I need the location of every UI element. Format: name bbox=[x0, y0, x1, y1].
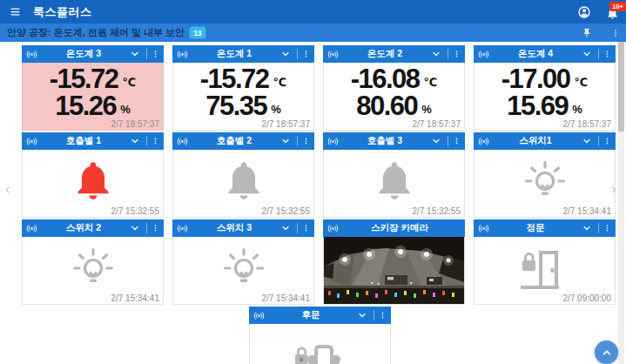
scrollbar-thumb[interactable] bbox=[618, 42, 624, 131]
device-card[interactable]: 온도계 4-17.00℃15.69%2/7 18:57:37 bbox=[474, 45, 616, 131]
card-title: 스위치 2 bbox=[37, 222, 130, 234]
sensor-readout: -15.72℃15.26%2/7 18:57:37 bbox=[22, 63, 164, 131]
card-kebab-menu-icon[interactable] bbox=[151, 222, 159, 234]
collapse-chevron-icon[interactable] bbox=[280, 136, 291, 146]
header-divider bbox=[297, 49, 298, 59]
scroll-top-button[interactable] bbox=[595, 340, 618, 364]
notification-badge: 10+ bbox=[609, 2, 626, 11]
device-card[interactable]: 온도계 1-15.72℃75.35%2/7 18:57:37 bbox=[172, 45, 314, 131]
device-card[interactable]: 호출벨 22/7 15:32:55 bbox=[172, 132, 314, 218]
card-kebab-menu-icon[interactable] bbox=[603, 222, 611, 234]
card-timestamp: 2/7 15:34:41 bbox=[261, 293, 310, 303]
collapse-chevron-icon[interactable] bbox=[130, 49, 140, 59]
card-title: 정문 bbox=[489, 222, 582, 234]
device-card[interactable]: 후문 bbox=[249, 307, 391, 364]
collapse-chevron-icon[interactable] bbox=[582, 136, 592, 146]
card-title: 온도계 4 bbox=[489, 48, 582, 60]
app-title: 룩스플러스 bbox=[33, 4, 92, 20]
signal-broadcast-icon bbox=[177, 49, 188, 60]
card-kebab-menu-icon[interactable] bbox=[151, 135, 159, 147]
device-card[interactable]: 스위치12/7 15:34:41 bbox=[474, 132, 616, 218]
app-bar: 룩스플러스 10+ bbox=[0, 0, 626, 24]
humidity-unit: % bbox=[572, 104, 582, 115]
collapse-chevron-icon[interactable] bbox=[582, 49, 592, 59]
temperature-unit: ℃ bbox=[123, 77, 137, 88]
door-open-locked-icon[interactable] bbox=[250, 324, 390, 364]
temperature-unit: ℃ bbox=[273, 77, 287, 88]
humidity-unit: % bbox=[421, 104, 432, 115]
card-title: 온도계 1 bbox=[188, 48, 280, 60]
collapse-chevron-icon[interactable] bbox=[280, 223, 291, 233]
collapse-chevron-icon[interactable] bbox=[130, 223, 140, 233]
collapse-chevron-icon[interactable] bbox=[280, 49, 291, 59]
device-card[interactable]: 호출벨 12/7 15:32:55 bbox=[22, 132, 164, 218]
device-card[interactable]: 정문2/7 09:00:00 bbox=[474, 219, 616, 305]
push-pin-icon[interactable] bbox=[582, 28, 592, 38]
dashboard-page: 룩스플러스 10+ 안양 공장: 온도계, 전원 제어 및 내부 보안 13 온… bbox=[0, 0, 626, 364]
card-kebab-menu-icon[interactable] bbox=[302, 222, 310, 234]
card-title: 호출벨 3 bbox=[339, 135, 431, 147]
device-card[interactable]: 스위치 22/7 15:34:41 bbox=[22, 219, 164, 305]
account-icon[interactable] bbox=[577, 5, 591, 19]
signal-broadcast-icon bbox=[478, 223, 489, 234]
card-kebab-menu-icon[interactable] bbox=[379, 309, 387, 321]
card-header: 호출벨 3 bbox=[323, 132, 465, 150]
card-timestamp: 2/7 15:34:41 bbox=[111, 293, 159, 303]
card-header: 정문 bbox=[474, 219, 616, 237]
card-title: 스위치1 bbox=[489, 135, 582, 147]
card-title: 온도계 3 bbox=[37, 48, 130, 60]
workspace-bar: 안양 공장: 온도계, 전원 제어 및 내부 보안 13 bbox=[0, 24, 626, 42]
signal-broadcast-icon bbox=[177, 223, 188, 234]
card-title: 온도계 2 bbox=[339, 48, 431, 60]
device-card[interactable]: 스키장 카메라 bbox=[323, 219, 465, 305]
workspace-actions bbox=[582, 24, 620, 42]
card-title: 후문 bbox=[265, 309, 357, 321]
collapse-chevron-icon[interactable] bbox=[357, 310, 367, 320]
card-header: 후문 bbox=[249, 307, 391, 324]
card-kebab-menu-icon[interactable] bbox=[151, 48, 159, 60]
header-divider bbox=[374, 310, 374, 320]
card-kebab-menu-icon[interactable] bbox=[603, 48, 611, 60]
signal-broadcast-icon bbox=[478, 136, 489, 147]
device-card[interactable]: 스위치 32/7 15:34:41 bbox=[172, 219, 314, 305]
header-divider bbox=[448, 49, 448, 59]
card-header: 호출벨 2 bbox=[172, 132, 314, 150]
workspace-title: 안양 공장: 온도계, 전원 제어 및 내부 보안 bbox=[7, 26, 185, 39]
prev-page-chevron-icon[interactable] bbox=[3, 184, 13, 196]
header-divider bbox=[146, 223, 147, 233]
card-kebab-menu-icon[interactable] bbox=[302, 48, 310, 60]
hamburger-menu-icon[interactable] bbox=[9, 5, 22, 18]
device-card[interactable]: 호출벨 32/7 15:32:55 bbox=[323, 132, 465, 218]
collapse-chevron-icon[interactable] bbox=[431, 136, 441, 146]
card-kebab-menu-icon[interactable] bbox=[302, 135, 310, 147]
card-timestamp: 2/7 18:57:37 bbox=[562, 119, 611, 129]
card-title: 스키장 카메라 bbox=[339, 222, 461, 234]
humidity-unit: % bbox=[271, 104, 281, 115]
signal-broadcast-icon bbox=[478, 49, 489, 60]
card-timestamp: 2/7 15:32:55 bbox=[412, 206, 461, 216]
card-kebab-menu-icon[interactable] bbox=[453, 135, 461, 147]
collapse-chevron-icon[interactable] bbox=[431, 49, 441, 59]
collapse-chevron-icon[interactable] bbox=[130, 136, 140, 146]
collapse-chevron-icon[interactable] bbox=[582, 223, 592, 233]
device-card[interactable]: 온도계 3-15.72℃15.26%2/7 18:57:37 bbox=[22, 45, 164, 131]
humidity-value: 15.26 bbox=[55, 92, 116, 119]
card-kebab-menu-icon[interactable] bbox=[603, 135, 611, 147]
workspace-kebab-menu-icon[interactable] bbox=[611, 27, 620, 39]
header-divider bbox=[297, 136, 298, 146]
header-divider bbox=[448, 136, 448, 146]
notifications-bell-icon[interactable]: 10+ bbox=[606, 6, 619, 20]
sensor-readout: -17.00℃15.69%2/7 18:57:37 bbox=[474, 63, 616, 131]
cctv-image bbox=[323, 237, 465, 305]
card-title: 호출벨 1 bbox=[37, 135, 130, 147]
signal-broadcast-icon bbox=[327, 49, 339, 60]
card-header: 온도계 3 bbox=[22, 45, 164, 63]
next-page-chevron-icon[interactable] bbox=[609, 184, 619, 196]
header-divider bbox=[598, 223, 599, 233]
device-card[interactable]: 온도계 2-16.08℃80.60%2/7 18:57:37 bbox=[323, 45, 465, 131]
card-header: 온도계 2 bbox=[323, 45, 465, 63]
card-kebab-menu-icon[interactable] bbox=[453, 48, 461, 60]
header-divider bbox=[598, 49, 599, 59]
temperature-unit: ℃ bbox=[575, 77, 589, 88]
scrollbar[interactable] bbox=[618, 42, 624, 364]
